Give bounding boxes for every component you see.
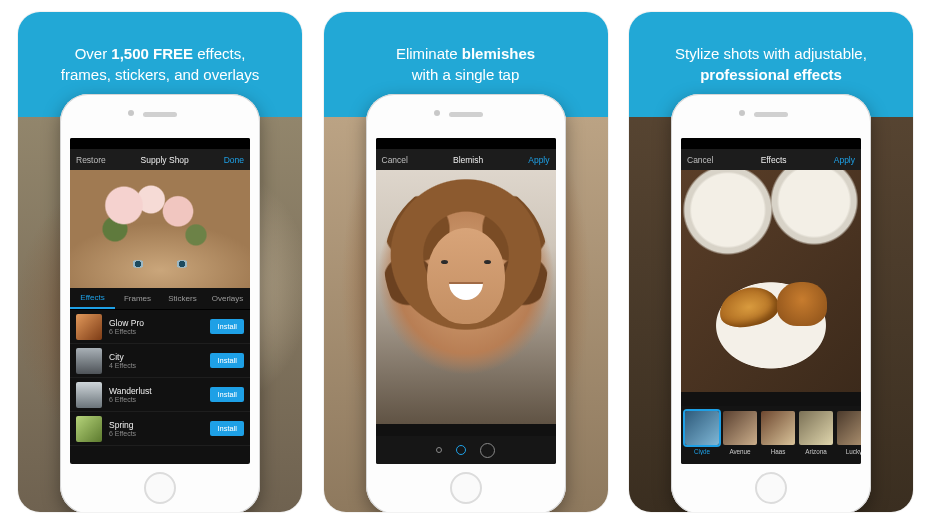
pack-sub: 4 Effects (109, 362, 210, 369)
banner-text: Over (75, 45, 112, 62)
app-screen-supply-shop: Restore Supply Shop Done Effects Frames … (70, 138, 250, 464)
nav-apply[interactable]: Apply (528, 155, 549, 165)
nav-cancel[interactable]: Cancel (687, 155, 713, 165)
banner-text: Stylize shots with adjustable, (675, 44, 867, 64)
tab-stickers[interactable]: Stickers (160, 289, 205, 308)
pack-name: Glow Pro (109, 318, 210, 328)
promo-card-3: Stylize shots with adjustable, professio… (629, 12, 913, 512)
effect-label: Clyde (685, 448, 719, 455)
banner-text: effects, (193, 45, 245, 62)
effect-thumb (761, 411, 795, 445)
install-button[interactable]: Install (210, 353, 244, 368)
nav-title: Supply Shop (141, 155, 189, 165)
nav-cancel[interactable]: Cancel (382, 155, 408, 165)
tab-overlays[interactable]: Overlays (205, 289, 250, 308)
nav-bar: Restore Supply Shop Done (70, 149, 250, 170)
pack-thumb (76, 382, 102, 408)
pack-list: Glow Pro 6 Effects Install City 4 Effect… (70, 310, 250, 446)
effect-swatch[interactable]: Avenue (723, 411, 757, 455)
camera-dot (434, 110, 440, 116)
nav-bar: Cancel Blemish Apply (376, 149, 556, 170)
pack-sub: 6 Effects (109, 328, 210, 335)
edit-canvas[interactable] (681, 170, 861, 392)
effect-thumb (799, 411, 833, 445)
install-button[interactable]: Install (210, 319, 244, 334)
nav-restore[interactable]: Restore (76, 155, 106, 165)
pack-name: Spring (109, 420, 210, 430)
effect-thumb (723, 411, 757, 445)
effect-thumb (837, 411, 861, 445)
effect-label: Lucky (837, 448, 861, 455)
category-tabs: Effects Frames Stickers Overlays (70, 288, 250, 310)
nav-title: Blemish (453, 155, 483, 165)
status-bar (681, 138, 861, 149)
tab-effects[interactable]: Effects (70, 288, 115, 309)
banner-text: Eliminate (396, 45, 462, 62)
brush-size-medium[interactable] (456, 445, 466, 455)
camera-dot (739, 110, 745, 116)
status-bar (376, 138, 556, 149)
brush-size-large[interactable] (480, 443, 495, 458)
install-button[interactable]: Install (210, 387, 244, 402)
pack-name: City (109, 352, 210, 362)
edit-canvas[interactable] (376, 170, 556, 424)
phone-frame: Cancel Effects Apply Clyde Avenue (671, 94, 871, 512)
pack-row[interactable]: Wanderlust 6 Effects Install (70, 378, 250, 412)
nav-bar: Cancel Effects Apply (681, 149, 861, 170)
pack-thumb (76, 348, 102, 374)
effect-label: Arizona (799, 448, 833, 455)
nav-apply[interactable]: Apply (834, 155, 855, 165)
banner-line2: frames, stickers, and overlays (61, 65, 259, 85)
home-button[interactable] (450, 472, 482, 504)
effect-swatch[interactable]: Arizona (799, 411, 833, 455)
effect-label: Haas (761, 448, 795, 455)
nav-done[interactable]: Done (224, 155, 244, 165)
banner-line2: with a single tap (412, 65, 520, 85)
tab-frames[interactable]: Frames (115, 289, 160, 308)
shop-hero-image (70, 170, 250, 288)
pack-sub: 6 Effects (109, 396, 210, 403)
pack-thumb (76, 416, 102, 442)
effect-swatch[interactable]: Clyde (685, 411, 719, 455)
pack-row[interactable]: City 4 Effects Install (70, 344, 250, 378)
install-button[interactable]: Install (210, 421, 244, 436)
phone-frame: Restore Supply Shop Done Effects Frames … (60, 94, 260, 512)
home-button[interactable] (755, 472, 787, 504)
pack-sub: 6 Effects (109, 430, 210, 437)
promo-card-2: Eliminate blemishes with a single tap Ca… (324, 12, 608, 512)
app-screen-blemish: Cancel Blemish Apply (376, 138, 556, 464)
effects-strip[interactable]: Clyde Avenue Haas Arizona Lucky (681, 406, 861, 464)
effect-swatch[interactable]: Haas (761, 411, 795, 455)
effect-thumb (685, 411, 719, 445)
banner-bold: blemishes (462, 45, 535, 62)
brush-size-bar (376, 436, 556, 464)
pack-thumb (76, 314, 102, 340)
banner-bold: professional effects (700, 66, 842, 83)
nav-title: Effects (761, 155, 787, 165)
pack-name: Wanderlust (109, 386, 210, 396)
effect-label: Avenue (723, 448, 757, 455)
pack-row[interactable]: Glow Pro 6 Effects Install (70, 310, 250, 344)
app-screen-effects: Cancel Effects Apply Clyde Avenue (681, 138, 861, 464)
phone-frame: Cancel Blemish Apply (366, 94, 566, 512)
banner-bold: 1,500 FREE (111, 45, 193, 62)
promo-card-1: Over 1,500 FREE effects, frames, sticker… (18, 12, 302, 512)
brush-size-small[interactable] (436, 447, 442, 453)
effect-swatch[interactable]: Lucky (837, 411, 861, 455)
pack-row[interactable]: Spring 6 Effects Install (70, 412, 250, 446)
camera-dot (128, 110, 134, 116)
home-button[interactable] (144, 472, 176, 504)
status-bar (70, 138, 250, 149)
